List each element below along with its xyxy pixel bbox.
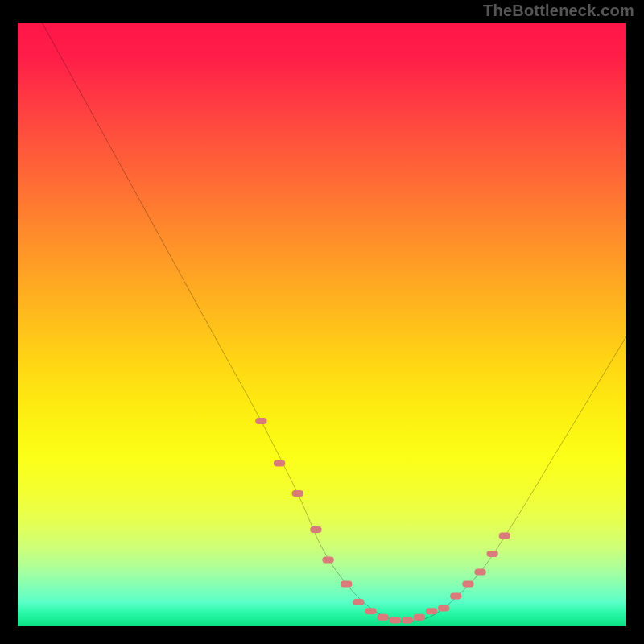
watermark-text: TheBottleneck.com	[483, 2, 634, 20]
zone-marker-dot	[365, 608, 376, 614]
zone-marker-dot	[353, 599, 364, 605]
chart-frame: TheBottleneck.com	[0, 0, 644, 644]
zone-marker-dot	[474, 569, 485, 576]
zone-marker-dot	[255, 418, 266, 424]
zone-marker-dot	[310, 526, 321, 533]
plot-area	[18, 23, 626, 626]
zone-marker-dot	[292, 490, 303, 497]
zone-marker-dot	[462, 581, 473, 588]
zone-marker-dot	[414, 614, 425, 621]
zone-marker-dot	[390, 617, 401, 624]
zone-marker-dot	[274, 460, 285, 467]
zone-marker-dot	[341, 581, 352, 588]
zone-marker-dot	[322, 557, 333, 564]
zone-marker-dot	[426, 608, 437, 614]
curve-layer	[18, 23, 626, 626]
zone-marker-dot	[402, 617, 413, 624]
bottleneck-curve	[42, 23, 626, 621]
zone-marker-dot	[486, 551, 497, 557]
zone-marker-dot	[438, 605, 449, 612]
zone-marker-dot	[499, 533, 510, 539]
zone-markers	[255, 418, 510, 623]
zone-marker-dot	[377, 614, 388, 621]
zone-marker-dot	[450, 593, 461, 600]
